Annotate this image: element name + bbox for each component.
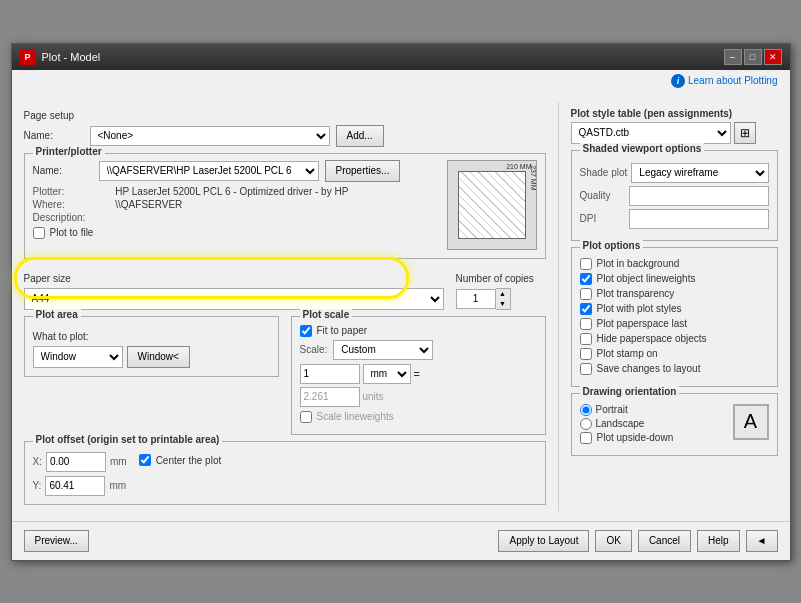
plot-preview-thumbnail: 210 MM 237 MM <box>447 160 537 250</box>
plot-paperspace-last-checkbox[interactable] <box>580 318 592 330</box>
save-layout-label: Save changes to layout <box>597 363 701 374</box>
maximize-button[interactable]: □ <box>744 49 762 65</box>
scale-value2-input[interactable] <box>300 387 360 407</box>
plot-area-title: Plot area <box>33 309 81 320</box>
page-setup-label: Page setup <box>24 110 546 121</box>
printer-group-title: Printer/plotter <box>33 146 105 157</box>
paper-size-label: Paper size <box>24 273 444 284</box>
orientation-preview: A <box>733 404 769 440</box>
plot-lineweights-checkbox[interactable] <box>580 273 592 285</box>
title-buttons: – □ ✕ <box>724 49 782 65</box>
paper-copies-row: Paper size A44 Number of copies ▲ ▼ <box>24 265 546 310</box>
y-offset-input[interactable] <box>45 476 105 496</box>
plotter-value: HP LaserJet 5200L PCL 6 - Optimized driv… <box>115 186 348 197</box>
plot-options-group: Plot options Plot in background Plot obj… <box>571 247 778 387</box>
x-offset-input[interactable] <box>46 452 106 472</box>
hide-paperspace-label: Hide paperspace objects <box>597 333 707 344</box>
paper-size-select[interactable]: A44 <box>24 288 444 310</box>
upside-down-checkbox[interactable] <box>580 432 592 444</box>
plot-background-checkbox[interactable] <box>580 258 592 270</box>
plot-offset-title: Plot offset (origin set to printable are… <box>33 434 223 445</box>
scale-value1-input[interactable] <box>300 364 360 384</box>
bottom-right-buttons: Apply to Layout OK Cancel Help ◄ <box>498 530 777 552</box>
scale-select[interactable]: Custom <box>333 340 433 360</box>
scale-lineweights-checkbox[interactable] <box>300 411 312 423</box>
y-label: Y: <box>33 480 42 491</box>
hide-paperspace-checkbox[interactable] <box>580 333 592 345</box>
plot-to-file-label: Plot to file <box>50 227 94 238</box>
add-button[interactable]: Add... <box>336 125 384 147</box>
plot-stamp-label: Plot stamp on <box>597 348 658 359</box>
units-label: units <box>363 391 384 402</box>
y-unit: mm <box>109 480 126 491</box>
ok-button[interactable]: OK <box>595 530 631 552</box>
quality-input[interactable] <box>629 186 769 206</box>
properties-button[interactable]: Properties... <box>325 160 401 182</box>
portrait-radio[interactable] <box>580 404 592 416</box>
plot-transparency-label: Plot transparency <box>597 288 675 299</box>
plot-lineweights-label: Plot object lineweights <box>597 273 696 284</box>
right-panel: Plot style table (pen assignments) QASTD… <box>558 102 778 511</box>
area-scale-row: Plot area What to plot: Window Window< <box>24 316 546 441</box>
printer-plotter-group: Printer/plotter Name: \\QAFSERVER\HP Las… <box>24 153 546 259</box>
what-to-plot-select[interactable]: Window <box>33 346 123 368</box>
what-to-plot-label: What to plot: <box>33 331 270 342</box>
title-bar: P Plot - Model – □ ✕ <box>12 44 790 70</box>
plot-offset-group: Plot offset (origin set to printable are… <box>24 441 546 505</box>
preview-button[interactable]: Preview... <box>24 530 89 552</box>
shade-plot-select[interactable]: Legacy wireframe <box>631 163 768 183</box>
plot-background-label: Plot in background <box>597 258 680 269</box>
bottom-bar: Preview... Apply to Layout OK Cancel Hel… <box>12 521 790 560</box>
plot-dialog: P Plot - Model – □ ✕ i Learn about Plott… <box>11 43 791 561</box>
drawing-orientation-group: Drawing orientation Portrait Landscape <box>571 393 778 456</box>
desc-label: Description: <box>33 212 113 223</box>
plot-options-title: Plot options <box>580 240 644 251</box>
plot-styles-checkbox[interactable] <box>580 303 592 315</box>
copies-up-button[interactable]: ▲ <box>496 289 510 299</box>
copies-input[interactable] <box>456 289 496 309</box>
page-setup-select[interactable]: <None> <box>90 126 330 146</box>
cancel-button[interactable]: Cancel <box>638 530 691 552</box>
dpi-input[interactable] <box>629 209 769 229</box>
plot-style-edit-button[interactable]: ⊞ <box>734 122 756 144</box>
plot-style-table-label: Plot style table (pen assignments) <box>571 108 778 119</box>
fit-to-paper-checkbox[interactable] <box>300 325 312 337</box>
window-title: Plot - Model <box>42 51 101 63</box>
plot-stamp-checkbox[interactable] <box>580 348 592 360</box>
shaded-viewport-group: Shaded viewport options Shade plot Legac… <box>571 150 778 241</box>
copies-spinner: ▲ ▼ <box>456 288 546 310</box>
left-panel: Page setup Name: <None> Add... Printer/p… <box>24 102 546 511</box>
plotter-label: Plotter: <box>33 186 113 197</box>
landscape-radio[interactable] <box>580 418 592 430</box>
landscape-label: Landscape <box>596 418 645 429</box>
fit-to-paper-label: Fit to paper <box>317 325 368 336</box>
where-label: Where: <box>33 199 113 210</box>
dpi-label: DPI <box>580 213 625 224</box>
drawing-orientation-title: Drawing orientation <box>580 386 680 397</box>
x-label: X: <box>33 456 42 467</box>
save-layout-checkbox[interactable] <box>580 363 592 375</box>
plot-area-group: Plot area What to plot: Window Window< <box>24 316 279 377</box>
center-plot-label: Center the plot <box>156 455 222 466</box>
plot-to-file-checkbox[interactable] <box>33 227 45 239</box>
plot-style-select[interactable]: QASTD.ctb <box>571 122 731 144</box>
apply-to-layout-button[interactable]: Apply to Layout <box>498 530 589 552</box>
help-button[interactable]: Help <box>697 530 740 552</box>
back-button[interactable]: ◄ <box>746 530 778 552</box>
portrait-label: Portrait <box>596 404 628 415</box>
plot-transparency-checkbox[interactable] <box>580 288 592 300</box>
copies-down-button[interactable]: ▼ <box>496 299 510 309</box>
minimize-button[interactable]: – <box>724 49 742 65</box>
upside-down-label: Plot upside-down <box>597 432 674 443</box>
quality-label: Quality <box>580 190 625 201</box>
app-icon: P <box>20 49 36 65</box>
printer-name-select[interactable]: \\QAFSERVER\HP LaserJet 5200L PCL 6 <box>99 161 319 181</box>
learn-about-plotting-link[interactable]: i Learn about Plotting <box>671 74 778 88</box>
center-plot-checkbox[interactable] <box>139 454 151 466</box>
mm-select[interactable]: mm <box>363 364 411 384</box>
info-icon: i <box>671 74 685 88</box>
scale-label: Scale: <box>300 344 328 355</box>
close-button[interactable]: ✕ <box>764 49 782 65</box>
scale-lineweights-label: Scale lineweights <box>317 411 394 422</box>
window-button[interactable]: Window< <box>127 346 190 368</box>
